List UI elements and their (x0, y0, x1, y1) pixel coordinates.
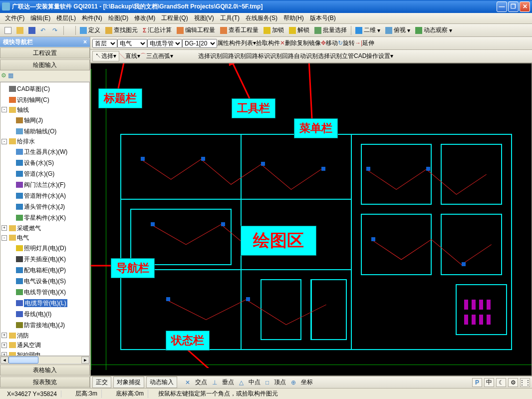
menu-quantity[interactable]: 工程量(Q) (158, 13, 191, 23)
loop-recognize-button[interactable]: 回路识别 (222, 52, 246, 60)
view-2d-button[interactable]: 二维▾ (353, 25, 382, 35)
expand-icon[interactable]: + (1, 352, 7, 356)
arc-tool-button[interactable]: ⌒三点画弧▾ (140, 52, 173, 60)
tree-node[interactable]: 卫生器具(水)(W) (8, 148, 67, 156)
tree-node[interactable]: -给排水 (1, 137, 35, 145)
tree-node[interactable]: -电气 (1, 234, 29, 242)
expand-icon[interactable]: - (1, 139, 7, 144)
line-tool-button[interactable]: ╲直线▾ (119, 52, 140, 60)
vertex-label[interactable]: 顶点 (271, 377, 289, 388)
tree-node[interactable]: +消防 (1, 332, 29, 340)
open-button[interactable] (14, 26, 25, 35)
tree-config-icon[interactable]: ⚙ (1, 72, 6, 79)
menu-tool[interactable]: 工具(T) (217, 13, 243, 23)
intersection-label[interactable]: 交点 (192, 377, 210, 388)
new-button[interactable] (2, 26, 13, 35)
select-recognize-button[interactable]: 选择识别 (198, 52, 222, 60)
snap-toggle[interactable]: 对象捕捉 (113, 377, 144, 388)
tree-node[interactable]: 照明灯具(电)(D) (8, 244, 66, 252)
menu-component[interactable]: 构件(N) (79, 13, 105, 23)
sidebar-tab-draw[interactable]: 绘图输入 (0, 59, 90, 70)
lock-button[interactable]: 加锁 (262, 25, 286, 35)
menu-edit[interactable]: 编辑(E) (27, 13, 53, 23)
tree-node[interactable]: -轴线 (1, 106, 29, 114)
drawing-canvas[interactable]: 标题栏 工具栏 菜单栏 导航栏 绘图区 状态栏 (90, 63, 532, 376)
tree-node[interactable]: 电缆导管(电)(L) (8, 299, 67, 307)
tree-node[interactable]: 设备(水)(S) (8, 159, 54, 167)
tree-node[interactable]: 防雷接地(电)(J) (8, 321, 65, 329)
sidebar-tab-report[interactable]: 报表预览 (0, 377, 90, 388)
delete-button[interactable]: ✕删除 (280, 39, 297, 47)
tree-node[interactable]: 开关插座(电)(K) (8, 255, 66, 263)
properties-button[interactable]: 属性 (217, 39, 229, 47)
save-button[interactable] (26, 26, 37, 35)
tree-chart-icon[interactable]: ▦ (8, 72, 13, 79)
move-button[interactable]: ✥移动 (321, 39, 338, 47)
perpendicular-label[interactable]: 垂点 (219, 377, 237, 388)
batch-select-button[interactable]: 批量选择 (312, 25, 349, 35)
moon-icon[interactable]: ☾ (496, 378, 506, 387)
menu-modify[interactable]: 修改(M) (131, 13, 158, 23)
expand-icon[interactable]: + (1, 333, 7, 338)
cad-settings-button[interactable]: CAD操作设置▾ (354, 52, 393, 60)
expand-icon[interactable]: + (1, 225, 7, 231)
sidebar-close-icon[interactable]: × (83, 38, 87, 45)
coord-icon[interactable]: ⊕ (291, 379, 296, 386)
auto-recognize-button[interactable]: 回路自动识别 (282, 52, 318, 60)
minimize-button[interactable]: — (497, 1, 507, 12)
expand-icon[interactable]: - (1, 107, 7, 112)
tree-node[interactable]: +智控弱电 (1, 351, 41, 357)
type-select[interactable]: 电缆导管 (147, 39, 182, 48)
tree-node[interactable]: 阀门法兰(水)(F) (8, 181, 65, 189)
menu-help[interactable]: 帮助(H) (280, 13, 307, 23)
menu-version[interactable]: 版本号(B) (307, 13, 339, 23)
component-list-button[interactable]: 构件列表▾ (229, 39, 256, 47)
loop-mark-button[interactable]: 回路标识识别 (246, 52, 282, 60)
menu-view[interactable]: 视图(V) (191, 13, 217, 23)
close-button[interactable]: ✕ (520, 1, 530, 12)
intersection-icon[interactable]: ✕ (185, 379, 190, 386)
sidebar-tab-table[interactable]: 表格输入 (0, 365, 90, 376)
ortho-toggle[interactable]: 正交 (92, 377, 111, 388)
tree-node[interactable]: 管道(水)(G) (8, 170, 54, 178)
dyn-view-button[interactable]: 动态观察▾ (413, 25, 454, 35)
extend-button[interactable]: →|延伸 (355, 39, 374, 47)
coord-label[interactable]: 坐标 (298, 377, 316, 388)
menu-online[interactable]: 在线服务(S) (243, 13, 280, 23)
tree-node[interactable]: 电气设备(电)(S) (8, 277, 66, 285)
find-button[interactable]: 查找图元 (103, 25, 140, 35)
tree-node[interactable]: 轴网(J) (8, 116, 43, 124)
vertex-icon[interactable]: □ (266, 379, 269, 386)
rotate-button[interactable]: ↻旋转 (338, 39, 355, 47)
tree-node[interactable]: +采暖燃气 (1, 224, 41, 232)
floor-select[interactable]: 首层 (92, 39, 117, 48)
bird-view-button[interactable]: 俯视▾ (383, 25, 412, 35)
grip-icon[interactable]: ⋮⋮ (520, 378, 530, 387)
item-select[interactable]: DG-1[20 2 (182, 39, 217, 48)
category-select[interactable]: 电气 (117, 39, 147, 48)
menu-floor[interactable]: 楼层(L) (53, 13, 79, 23)
redo-button[interactable]: ↷ (50, 26, 61, 35)
pipe-recognize-button[interactable]: 选择识别立管 (318, 52, 354, 60)
sidebar-tab-settings[interactable]: 工程设置 (0, 47, 90, 58)
tree-node[interactable]: CAD草图(C) (1, 85, 50, 93)
gear-icon[interactable]: ⚙ (508, 378, 518, 387)
sum-button[interactable]: Σ汇总计算 (141, 25, 174, 35)
define-button[interactable]: 定义 (78, 25, 102, 35)
menu-draw[interactable]: 绘图(D) (105, 13, 132, 23)
expand-icon[interactable]: + (1, 343, 7, 348)
tree-node[interactable]: 零星构件(水)(K) (8, 214, 66, 222)
dyn-input-toggle[interactable]: 动态输入 (146, 377, 177, 388)
tree-node[interactable]: 识别轴网(C) (1, 96, 49, 104)
tree-node[interactable]: 电线导管(电)(X) (8, 288, 66, 296)
edit-quantity-button[interactable]: 编辑工程量 (175, 25, 217, 35)
ime-icon[interactable]: 中 (484, 378, 494, 387)
unlock-button[interactable]: 解锁 (287, 25, 311, 35)
maximize-button[interactable]: ❐ (508, 1, 519, 12)
tree-node[interactable]: 管道附件(水)(A) (8, 192, 66, 200)
menu-file[interactable]: 文件(F) (2, 13, 27, 23)
undo-button[interactable]: ↶ (38, 26, 49, 35)
tree-node[interactable]: 配电箱柜(电)(P) (8, 266, 66, 274)
tree-node[interactable]: 辅助轴线(O) (8, 127, 56, 135)
component-tree[interactable]: CAD草图(C)识别轴网(C)-轴线轴网(J)辅助轴线(O)-给排水卫生器具(水… (0, 82, 90, 356)
